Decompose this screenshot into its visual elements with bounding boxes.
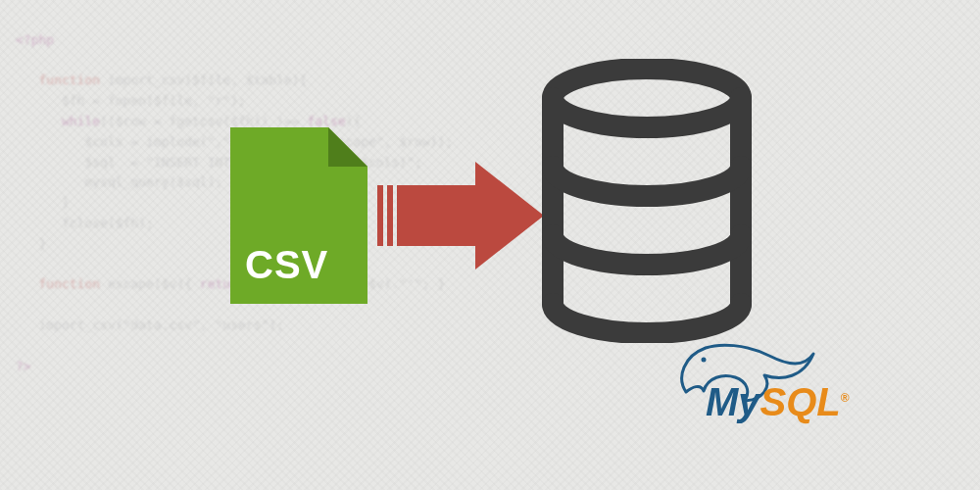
arrow-right-icon [377, 162, 544, 270]
database-icon [539, 59, 755, 343]
svg-rect-1 [387, 185, 393, 246]
svg-rect-2 [397, 185, 475, 246]
csv-file-icon [230, 127, 368, 304]
diagram-stage: CSV [0, 0, 980, 490]
svg-point-4 [702, 358, 707, 363]
mysql-logo [657, 338, 882, 426]
svg-rect-0 [377, 185, 383, 246]
svg-point-3 [553, 69, 741, 127]
